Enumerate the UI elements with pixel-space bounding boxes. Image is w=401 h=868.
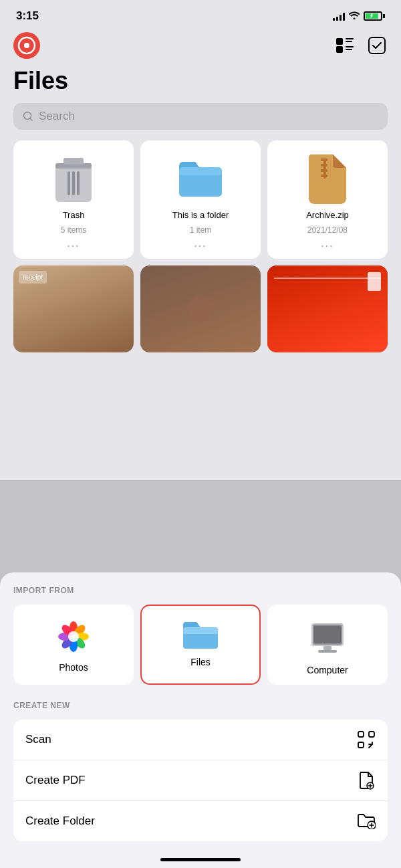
folder-label: Create Folder: [25, 815, 95, 828]
search-icon: [23, 111, 33, 122]
zip-icon: [301, 151, 354, 205]
app-logo[interactable]: [13, 32, 40, 59]
svg-rect-4: [346, 41, 352, 42]
top-nav: [0, 27, 401, 62]
import-options: Photos Files: [13, 605, 388, 685]
folder-icon: [174, 151, 227, 205]
svg-rect-36: [369, 732, 374, 737]
file-grid: Trash 5 items ··· This is a folder 1 ite…: [0, 140, 401, 259]
svg-point-1: [24, 43, 29, 48]
file-card-name: This is a folder: [172, 210, 229, 220]
wifi-icon: [349, 10, 360, 22]
pdf-icon: [357, 771, 376, 790]
create-section-label: CREATE NEW: [13, 701, 388, 710]
file-card-more[interactable]: ···: [321, 240, 333, 252]
search-bar[interactable]: Search: [13, 103, 388, 130]
svg-rect-33: [323, 646, 331, 650]
status-time: 3:15: [16, 9, 39, 23]
battery-icon: [364, 11, 385, 21]
file-card-more[interactable]: ···: [67, 240, 80, 252]
import-files[interactable]: Files: [140, 605, 261, 685]
status-bar: 3:15: [0, 0, 401, 27]
svg-rect-32: [314, 626, 341, 643]
select-button[interactable]: [366, 35, 388, 56]
status-icons: [333, 10, 385, 22]
svg-rect-34: [318, 650, 337, 653]
import-photos[interactable]: Photos: [13, 605, 134, 685]
file-card-name: Trash: [63, 210, 85, 220]
svg-rect-5: [336, 46, 343, 53]
file-card-meta: 1 item: [190, 225, 212, 235]
list-view-button[interactable]: [334, 35, 356, 56]
svg-rect-2: [336, 38, 343, 45]
create-scan[interactable]: Scan: [13, 720, 388, 760]
create-list: Scan Create PDF: [13, 720, 388, 841]
files-folder-icon: [182, 619, 219, 650]
svg-rect-13: [68, 171, 70, 195]
file-card-trash[interactable]: Trash 5 items ···: [13, 140, 134, 259]
computer-icon: [307, 618, 348, 658]
pdf-label: Create PDF: [25, 774, 86, 787]
svg-point-29: [68, 631, 79, 642]
photo-row: receipt: [13, 265, 388, 352]
photos-label: Photos: [59, 662, 88, 673]
signal-icon: [333, 11, 345, 21]
svg-rect-35: [358, 732, 364, 737]
file-card-meta: 2021/12/08: [307, 225, 348, 235]
svg-rect-20: [323, 158, 326, 179]
trash-icon: [47, 151, 100, 205]
home-indicator: [160, 858, 241, 861]
scan-label: Scan: [25, 733, 51, 746]
create-pdf[interactable]: Create PDF: [13, 760, 388, 801]
svg-rect-14: [72, 171, 75, 195]
create-folder[interactable]: Create Folder: [13, 801, 388, 841]
svg-rect-12: [63, 158, 84, 165]
file-card-folder[interactable]: This is a folder 1 item ···: [140, 140, 261, 259]
svg-rect-8: [369, 37, 385, 53]
photos-app-icon: [55, 618, 92, 655]
search-placeholder: Search: [39, 110, 75, 123]
photo-card-3[interactable]: [267, 265, 388, 352]
svg-rect-7: [346, 49, 352, 50]
files-label: Files: [190, 657, 211, 667]
file-card-more[interactable]: ···: [194, 240, 207, 252]
svg-rect-15: [77, 171, 80, 195]
file-card-name: Archive.zip: [306, 210, 349, 220]
create-folder-icon: [357, 812, 376, 831]
file-card-archive[interactable]: Archive.zip 2021/12/08 ···: [267, 140, 388, 259]
scan-icon: [357, 730, 376, 749]
page-title: Files: [0, 62, 401, 103]
top-nav-actions: [334, 35, 388, 56]
import-section-label: IMPORT FROM: [13, 586, 388, 595]
import-computer[interactable]: Computer: [267, 605, 388, 685]
bottom-sheet: IMPORT FROM: [0, 572, 401, 868]
photo-card-2[interactable]: [140, 265, 261, 352]
svg-rect-37: [358, 742, 364, 748]
svg-rect-3: [346, 38, 354, 39]
computer-label: Computer: [307, 665, 348, 675]
svg-rect-6: [346, 46, 354, 47]
photo-card-1[interactable]: receipt: [13, 265, 134, 352]
file-card-meta: 5 items: [61, 225, 87, 235]
